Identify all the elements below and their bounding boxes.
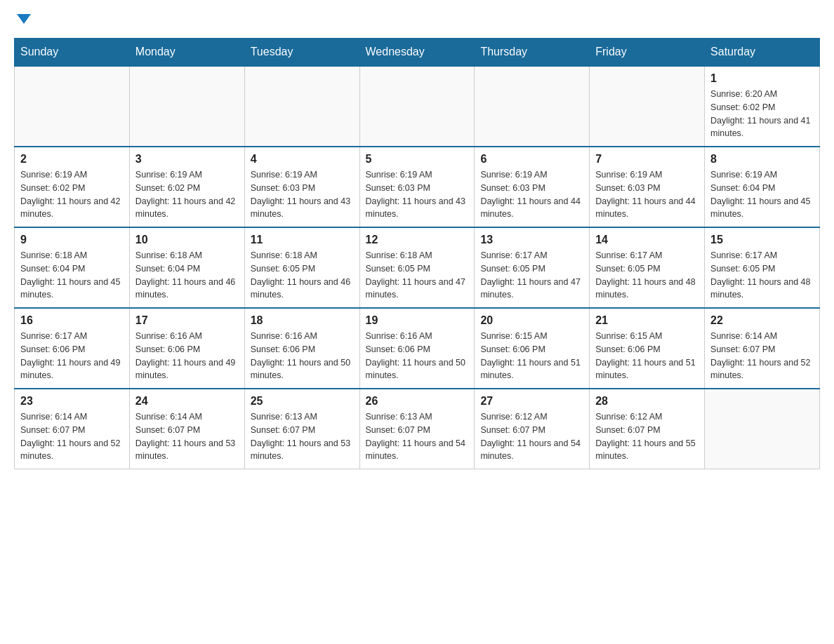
calendar-cell: 5Sunrise: 6:19 AMSunset: 6:03 PMDaylight… bbox=[359, 147, 475, 227]
day-info: Sunrise: 6:19 AMSunset: 6:03 PMDaylight:… bbox=[366, 168, 469, 221]
day-info: Sunrise: 6:19 AMSunset: 6:03 PMDaylight:… bbox=[251, 168, 354, 221]
day-info: Sunrise: 6:18 AMSunset: 6:04 PMDaylight:… bbox=[135, 249, 239, 302]
calendar-cell bbox=[359, 66, 475, 147]
calendar-cell bbox=[129, 66, 244, 147]
calendar-week-row: 23Sunrise: 6:14 AMSunset: 6:07 PMDayligh… bbox=[15, 389, 820, 469]
calendar-cell: 17Sunrise: 6:16 AMSunset: 6:06 PMDayligh… bbox=[129, 308, 244, 389]
day-number: 4 bbox=[251, 153, 354, 166]
day-number: 5 bbox=[366, 153, 469, 166]
calendar-cell bbox=[705, 389, 820, 469]
day-number: 13 bbox=[480, 234, 583, 246]
day-number: 15 bbox=[710, 234, 814, 246]
day-number: 9 bbox=[20, 234, 124, 246]
calendar-week-row: 2Sunrise: 6:19 AMSunset: 6:02 PMDaylight… bbox=[15, 147, 820, 227]
day-info: Sunrise: 6:17 AMSunset: 6:05 PMDaylight:… bbox=[710, 249, 814, 302]
calendar-week-row: 16Sunrise: 6:17 AMSunset: 6:06 PMDayligh… bbox=[15, 308, 820, 389]
calendar-table: SundayMondayTuesdayWednesdayThursdayFrid… bbox=[14, 38, 820, 469]
day-info: Sunrise: 6:19 AMSunset: 6:02 PMDaylight:… bbox=[135, 168, 239, 221]
day-number: 2 bbox=[20, 153, 124, 166]
day-number: 7 bbox=[595, 153, 699, 166]
day-number: 20 bbox=[480, 314, 583, 327]
calendar-cell bbox=[15, 66, 130, 147]
day-number: 21 bbox=[595, 314, 699, 327]
day-info: Sunrise: 6:12 AMSunset: 6:07 PMDaylight:… bbox=[595, 410, 699, 463]
day-number: 25 bbox=[251, 395, 354, 408]
day-info: Sunrise: 6:17 AMSunset: 6:05 PMDaylight:… bbox=[595, 249, 699, 302]
calendar-cell bbox=[590, 66, 705, 147]
calendar-cell bbox=[244, 66, 359, 147]
page-header bbox=[14, 14, 820, 24]
day-number: 8 bbox=[710, 153, 814, 166]
logo-triangle-icon bbox=[17, 14, 31, 24]
day-info: Sunrise: 6:19 AMSunset: 6:04 PMDaylight:… bbox=[710, 168, 814, 221]
day-info: Sunrise: 6:16 AMSunset: 6:06 PMDaylight:… bbox=[251, 330, 354, 382]
day-info: Sunrise: 6:14 AMSunset: 6:07 PMDaylight:… bbox=[20, 410, 124, 463]
day-info: Sunrise: 6:16 AMSunset: 6:06 PMDaylight:… bbox=[135, 330, 239, 382]
day-of-week-header: Monday bbox=[129, 39, 244, 67]
day-of-week-header: Sunday bbox=[15, 39, 130, 67]
calendar-week-row: 9Sunrise: 6:18 AMSunset: 6:04 PMDaylight… bbox=[15, 227, 820, 308]
calendar-cell: 28Sunrise: 6:12 AMSunset: 6:07 PMDayligh… bbox=[590, 389, 705, 469]
calendar-cell: 26Sunrise: 6:13 AMSunset: 6:07 PMDayligh… bbox=[359, 389, 475, 469]
day-number: 14 bbox=[595, 234, 699, 246]
calendar-cell: 19Sunrise: 6:16 AMSunset: 6:06 PMDayligh… bbox=[359, 308, 475, 389]
day-info: Sunrise: 6:18 AMSunset: 6:04 PMDaylight:… bbox=[20, 249, 124, 302]
calendar-cell bbox=[475, 66, 590, 147]
calendar-header-row: SundayMondayTuesdayWednesdayThursdayFrid… bbox=[15, 39, 820, 67]
day-of-week-header: Friday bbox=[590, 39, 705, 67]
day-info: Sunrise: 6:20 AMSunset: 6:02 PMDaylight:… bbox=[710, 88, 814, 140]
day-info: Sunrise: 6:16 AMSunset: 6:06 PMDaylight:… bbox=[366, 330, 469, 382]
calendar-cell: 22Sunrise: 6:14 AMSunset: 6:07 PMDayligh… bbox=[705, 308, 820, 389]
day-info: Sunrise: 6:14 AMSunset: 6:07 PMDaylight:… bbox=[135, 410, 239, 463]
day-info: Sunrise: 6:19 AMSunset: 6:03 PMDaylight:… bbox=[595, 168, 699, 221]
calendar-cell: 21Sunrise: 6:15 AMSunset: 6:06 PMDayligh… bbox=[590, 308, 705, 389]
calendar-cell: 1Sunrise: 6:20 AMSunset: 6:02 PMDaylight… bbox=[705, 66, 820, 147]
day-info: Sunrise: 6:19 AMSunset: 6:03 PMDaylight:… bbox=[480, 168, 583, 221]
calendar-cell: 24Sunrise: 6:14 AMSunset: 6:07 PMDayligh… bbox=[129, 389, 244, 469]
calendar-cell: 12Sunrise: 6:18 AMSunset: 6:05 PMDayligh… bbox=[359, 227, 475, 308]
calendar-cell: 11Sunrise: 6:18 AMSunset: 6:05 PMDayligh… bbox=[244, 227, 359, 308]
day-of-week-header: Wednesday bbox=[359, 39, 475, 67]
day-number: 17 bbox=[135, 314, 239, 327]
day-number: 23 bbox=[20, 395, 124, 408]
day-number: 19 bbox=[366, 314, 469, 327]
day-info: Sunrise: 6:18 AMSunset: 6:05 PMDaylight:… bbox=[251, 249, 354, 302]
day-info: Sunrise: 6:15 AMSunset: 6:06 PMDaylight:… bbox=[595, 330, 699, 382]
day-number: 26 bbox=[366, 395, 469, 408]
day-info: Sunrise: 6:15 AMSunset: 6:06 PMDaylight:… bbox=[480, 330, 583, 382]
calendar-cell: 4Sunrise: 6:19 AMSunset: 6:03 PMDaylight… bbox=[244, 147, 359, 227]
day-number: 27 bbox=[480, 395, 583, 408]
day-info: Sunrise: 6:17 AMSunset: 6:05 PMDaylight:… bbox=[480, 249, 583, 302]
calendar-cell: 10Sunrise: 6:18 AMSunset: 6:04 PMDayligh… bbox=[129, 227, 244, 308]
day-number: 1 bbox=[710, 72, 814, 85]
calendar-cell: 15Sunrise: 6:17 AMSunset: 6:05 PMDayligh… bbox=[705, 227, 820, 308]
calendar-cell: 18Sunrise: 6:16 AMSunset: 6:06 PMDayligh… bbox=[244, 308, 359, 389]
calendar-cell: 2Sunrise: 6:19 AMSunset: 6:02 PMDaylight… bbox=[15, 147, 130, 227]
day-number: 22 bbox=[710, 314, 814, 327]
day-number: 3 bbox=[135, 153, 239, 166]
day-number: 18 bbox=[251, 314, 354, 327]
day-number: 11 bbox=[251, 234, 354, 246]
day-number: 12 bbox=[366, 234, 469, 246]
day-info: Sunrise: 6:13 AMSunset: 6:07 PMDaylight:… bbox=[251, 410, 354, 463]
calendar-cell: 6Sunrise: 6:19 AMSunset: 6:03 PMDaylight… bbox=[475, 147, 590, 227]
calendar-cell: 14Sunrise: 6:17 AMSunset: 6:05 PMDayligh… bbox=[590, 227, 705, 308]
calendar-cell: 13Sunrise: 6:17 AMSunset: 6:05 PMDayligh… bbox=[475, 227, 590, 308]
day-of-week-header: Saturday bbox=[705, 39, 820, 67]
calendar-cell: 3Sunrise: 6:19 AMSunset: 6:02 PMDaylight… bbox=[129, 147, 244, 227]
calendar-cell: 16Sunrise: 6:17 AMSunset: 6:06 PMDayligh… bbox=[15, 308, 130, 389]
day-number: 24 bbox=[135, 395, 239, 408]
calendar-cell: 23Sunrise: 6:14 AMSunset: 6:07 PMDayligh… bbox=[15, 389, 130, 469]
day-of-week-header: Thursday bbox=[475, 39, 590, 67]
day-number: 6 bbox=[480, 153, 583, 166]
day-number: 16 bbox=[20, 314, 124, 327]
day-number: 28 bbox=[595, 395, 699, 408]
calendar-cell: 7Sunrise: 6:19 AMSunset: 6:03 PMDaylight… bbox=[590, 147, 705, 227]
day-number: 10 bbox=[135, 234, 239, 246]
day-info: Sunrise: 6:14 AMSunset: 6:07 PMDaylight:… bbox=[710, 330, 814, 382]
day-info: Sunrise: 6:12 AMSunset: 6:07 PMDaylight:… bbox=[480, 410, 583, 463]
calendar-cell: 25Sunrise: 6:13 AMSunset: 6:07 PMDayligh… bbox=[244, 389, 359, 469]
calendar-cell: 9Sunrise: 6:18 AMSunset: 6:04 PMDaylight… bbox=[15, 227, 130, 308]
day-info: Sunrise: 6:19 AMSunset: 6:02 PMDaylight:… bbox=[20, 168, 124, 221]
day-info: Sunrise: 6:17 AMSunset: 6:06 PMDaylight:… bbox=[20, 330, 124, 382]
